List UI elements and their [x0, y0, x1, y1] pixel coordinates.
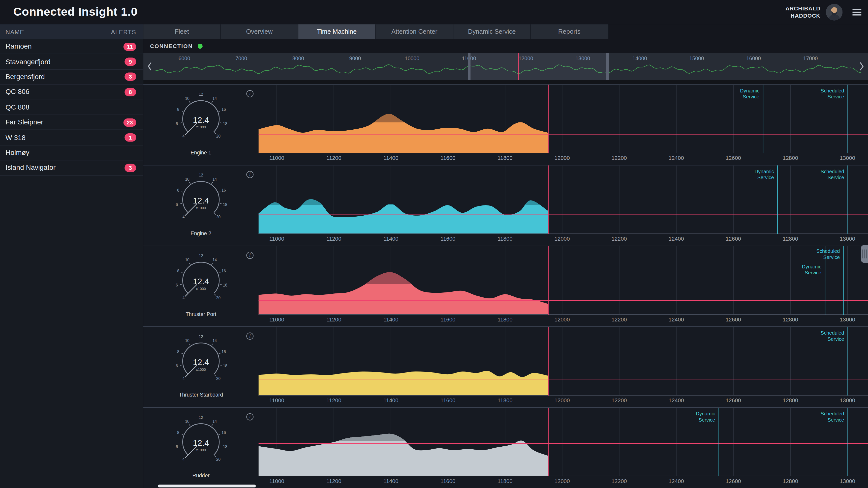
vessel-row[interactable]: W 3181 — [0, 130, 143, 145]
chart-plot — [258, 85, 868, 154]
app: Connected Insight 1.0 ARCHIBALD HADDOCK … — [0, 0, 868, 488]
chart-area[interactable]: DynamicServiceScheduledService1100011200… — [258, 165, 868, 246]
user-name: ARCHIBALD HADDOCK — [785, 5, 820, 19]
scheduled-service-label: ScheduledService — [811, 169, 844, 181]
vessel-name: W 318 — [5, 134, 26, 141]
svg-text:10: 10 — [185, 338, 189, 343]
x-axis-tick-label: 12400 — [661, 397, 692, 403]
chart-plot — [258, 408, 868, 476]
chart-row-thruster-port: i46810121416182012.4x1000Thruster PortSc… — [143, 246, 868, 326]
dynamic-service-label: DynamicService — [788, 264, 822, 276]
chart-area[interactable]: DynamicServiceScheduledService1100011200… — [258, 408, 868, 488]
timeline-prev-button[interactable] — [147, 61, 152, 74]
dynamic-service-label: DynamicService — [741, 169, 774, 181]
avatar-image — [826, 4, 842, 21]
vessel-row[interactable]: Far Sleipner23 — [0, 115, 143, 130]
timeline-next-button[interactable] — [859, 61, 865, 74]
x-axis-tick-label: 13000 — [832, 397, 863, 403]
vessel-row[interactable]: Island Navigator3 — [0, 161, 143, 176]
connection-status-dot — [198, 44, 203, 48]
x-axis: 1100011200114001160011800120001220012400… — [258, 395, 868, 407]
chart-plot — [258, 327, 868, 396]
chart-area[interactable]: ScheduledServiceDynamicService1100011200… — [258, 246, 868, 326]
timeline-selection[interactable] — [469, 53, 607, 80]
svg-text:6: 6 — [176, 122, 178, 126]
x-axis-tick-label: 11400 — [375, 236, 406, 242]
gauge-label: Rudder — [143, 473, 258, 479]
dynamic-service-label: DynamicService — [726, 88, 760, 100]
vessel-row[interactable]: Stavangerfjord9 — [0, 55, 143, 70]
svg-text:20: 20 — [216, 457, 221, 461]
chart-area[interactable]: ScheduledService110001120011400116001180… — [258, 327, 868, 407]
x-axis-tick-label: 12200 — [603, 478, 634, 484]
tab-dynamic-service[interactable]: Dynamic Service — [453, 24, 531, 39]
x-axis-tick-label: 12600 — [718, 155, 749, 161]
svg-text:8: 8 — [177, 269, 179, 273]
chart-row-rudder: i46810121416182012.4x1000RudderDynamicSe… — [143, 407, 868, 488]
info-icon[interactable]: i — [246, 252, 253, 259]
x-axis-tick-label: 11800 — [490, 397, 521, 403]
timeline-scrubber[interactable]: 6000700080009000100001100012000130001400… — [143, 53, 868, 80]
x-axis-tick-label: 11400 — [375, 478, 406, 484]
vessel-row[interactable]: QC 8068 — [0, 85, 143, 100]
alert-badge: 23 — [123, 118, 136, 126]
x-axis-tick-label: 11200 — [318, 317, 349, 323]
svg-text:4: 4 — [183, 296, 185, 300]
x-axis-tick-label: 13000 — [832, 155, 863, 161]
alert-badge: 8 — [124, 88, 136, 96]
tab-fleet[interactable]: Fleet — [143, 24, 221, 39]
svg-text:20: 20 — [216, 296, 221, 300]
chart-cursor — [548, 165, 549, 234]
gauge-panel: i46810121416182012.4x1000Engine 1 — [143, 85, 258, 165]
hamburger-menu-icon[interactable] — [852, 9, 862, 15]
x-axis-tick-label: 12800 — [775, 155, 806, 161]
svg-text:4: 4 — [183, 215, 185, 219]
x-axis-tick-label: 12200 — [603, 155, 634, 161]
chart-area[interactable]: DynamicServiceScheduledService1100011200… — [258, 85, 868, 165]
selection-handle-left[interactable] — [467, 53, 470, 80]
dynamic-service-marker — [777, 165, 778, 234]
info-icon[interactable]: i — [246, 171, 253, 178]
info-icon[interactable]: i — [246, 90, 253, 97]
selection-handle-right[interactable] — [606, 53, 609, 80]
app-title: Connected Insight 1.0 — [13, 5, 137, 18]
vessel-row[interactable]: Bergensfjord3 — [0, 70, 143, 85]
tab-time-machine[interactable]: Time Machine — [298, 24, 376, 39]
x-axis: 1100011200114001160011800120001220012400… — [258, 233, 868, 246]
horizontal-scrollbar[interactable] — [158, 485, 256, 487]
panel-drag-handle[interactable] — [861, 245, 868, 263]
tab-attention-center[interactable]: Attention Center — [376, 24, 454, 39]
scheduled-service-marker — [847, 85, 848, 154]
vessel-row[interactable]: QC 808 — [0, 100, 143, 115]
scheduled-service-marker — [847, 165, 848, 234]
info-icon[interactable]: i — [246, 333, 253, 340]
svg-text:8: 8 — [177, 430, 179, 435]
chart-cursor — [548, 327, 549, 396]
info-icon[interactable]: i — [246, 413, 253, 420]
svg-text:16: 16 — [221, 350, 226, 354]
svg-text:10: 10 — [185, 419, 189, 424]
svg-text:18: 18 — [223, 202, 227, 207]
x-axis-tick-label: 11000 — [261, 317, 292, 323]
gauge-value: 12.4 — [193, 116, 209, 125]
x-axis-tick-label: 12200 — [603, 236, 634, 242]
x-axis-tick-label: 12400 — [661, 155, 692, 161]
tab-overview[interactable]: Overview — [221, 24, 299, 39]
avatar[interactable] — [826, 4, 842, 21]
vessel-row[interactable]: Holmøy — [0, 145, 143, 160]
x-axis-tick-label: 11400 — [375, 397, 406, 403]
chart-row-engine-2: i46810121416182012.4x1000Engine 2Dynamic… — [143, 165, 868, 246]
chart-plot — [258, 165, 868, 234]
tab-reports[interactable]: Reports — [531, 24, 609, 39]
x-axis-tick-label: 11000 — [261, 478, 292, 484]
gauge-panel: i46810121416182012.4x1000Rudder — [143, 408, 258, 488]
svg-text:6: 6 — [176, 283, 178, 287]
timeline-cursor[interactable] — [518, 53, 519, 80]
x-axis-tick-label: 11600 — [433, 317, 464, 323]
vessel-row[interactable]: Ramoen11 — [0, 39, 143, 54]
connection-strip: CONNECTION — [143, 39, 868, 53]
svg-text:14: 14 — [213, 338, 217, 343]
x-axis-tick-label: 12800 — [775, 317, 806, 323]
x-axis-tick-label: 12600 — [718, 478, 749, 484]
svg-text:14: 14 — [213, 419, 217, 424]
